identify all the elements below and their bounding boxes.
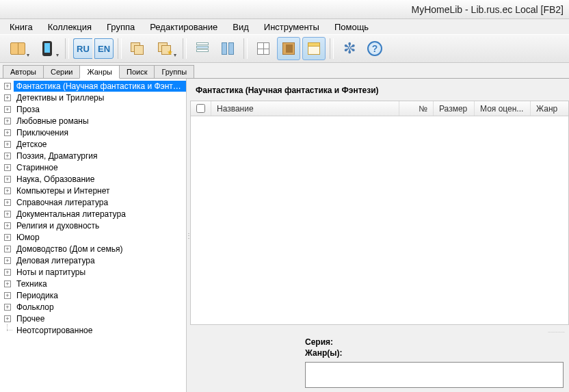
- expand-icon[interactable]: +: [4, 94, 11, 101]
- tab-жанры[interactable]: Жанры: [79, 65, 120, 79]
- expand-icon[interactable]: +: [4, 129, 11, 136]
- col-genre[interactable]: Жанр: [531, 101, 568, 116]
- detail-panel: Серия: Жанр(ы):: [300, 333, 569, 392]
- tree-item-label: Религия и духовность: [14, 220, 102, 231]
- tree-item-label: Компьютеры и Интернет: [14, 185, 112, 196]
- menu-edit[interactable]: Редактирование: [143, 21, 224, 34]
- expand-icon[interactable]: +: [4, 246, 11, 252]
- content-header: Фантастика (Научная фантастика и Фэнтези…: [190, 79, 569, 101]
- separator: [330, 38, 334, 59]
- tree-item[interactable]: +Компьютеры и Интернет: [0, 185, 186, 196]
- col-num[interactable]: №: [399, 101, 434, 116]
- expand-icon[interactable]: +: [4, 118, 11, 125]
- expand-icon[interactable]: +: [4, 176, 11, 183]
- menu-help[interactable]: Помощь: [328, 21, 375, 34]
- grid-header: Название № Размер Моя оцен... Жанр: [191, 101, 568, 116]
- stack-star-icon: ★: [158, 42, 172, 55]
- tree-item-label: Поэзия, Драматургия: [14, 151, 101, 161]
- menu-group[interactable]: Группа: [100, 21, 142, 34]
- toolbar: ▾ ▾ RU EN ★▾ ✼ ?: [0, 34, 569, 63]
- tree-item[interactable]: +Любовные романы: [0, 115, 186, 127]
- tree-item[interactable]: +Фольклор: [0, 301, 186, 313]
- expand-icon[interactable]: +: [4, 153, 11, 159]
- tree-item[interactable]: +Старинное: [0, 161, 186, 173]
- expand-icon[interactable]: +: [4, 315, 11, 322]
- expand-icon[interactable]: +: [4, 222, 11, 229]
- lang-ru-button[interactable]: RU: [73, 38, 92, 59]
- tree-item-label: Периодика: [14, 290, 61, 301]
- col-size[interactable]: Размер: [434, 101, 475, 116]
- lang-en-button[interactable]: EN: [94, 38, 114, 59]
- tree-item[interactable]: +Юмор: [0, 231, 186, 243]
- book-grid[interactable]: Название № Размер Моя оцен... Жанр: [190, 101, 569, 325]
- menu-view[interactable]: Вид: [226, 21, 256, 34]
- tree-item[interactable]: +Периодика: [0, 289, 186, 301]
- tree-item[interactable]: +Проза: [0, 103, 186, 115]
- menu-book[interactable]: Книга: [3, 21, 40, 34]
- device-button[interactable]: ▾: [34, 37, 61, 60]
- copy-button[interactable]: [126, 37, 149, 60]
- expand-icon[interactable]: +: [4, 141, 11, 148]
- gear-icon: ✼: [342, 41, 357, 56]
- tree-item[interactable]: +Ноты и партитуры: [0, 266, 186, 278]
- expand-icon[interactable]: +: [4, 257, 11, 264]
- shelf-view-button[interactable]: [277, 37, 300, 60]
- menu-collection[interactable]: Коллекция: [41, 21, 98, 34]
- tab-серии[interactable]: Серии: [43, 65, 80, 78]
- tree-item-label: Детективы и Триллеры: [14, 92, 107, 103]
- tree-item[interactable]: +Документальная литература: [0, 208, 186, 220]
- tree-item[interactable]: +Наука, Образование: [0, 173, 186, 185]
- tree-item[interactable]: +Справочная литература: [0, 196, 186, 208]
- expand-icon[interactable]: +: [4, 187, 11, 194]
- expand-icon[interactable]: +: [4, 269, 11, 276]
- favorite-button[interactable]: ★▾: [151, 37, 178, 60]
- content-panel: Фантастика (Научная фантастика и Фэнтези…: [190, 79, 569, 392]
- tree-item-label: Старинное: [14, 162, 61, 173]
- col-checkbox[interactable]: [191, 101, 211, 116]
- window-title: MyHomeLib - Lib.rus.ec Local [FB2]: [411, 4, 564, 15]
- tab-поиск[interactable]: Поиск: [119, 65, 155, 78]
- col-name[interactable]: Название: [211, 101, 399, 116]
- stack-icon: [131, 42, 144, 55]
- select-all-checkbox[interactable]: [196, 104, 205, 113]
- tab-авторы[interactable]: Авторы: [3, 65, 44, 78]
- tree-item[interactable]: +Деловая литература: [0, 254, 186, 266]
- expand-icon[interactable]: +: [4, 234, 11, 241]
- table-view-button[interactable]: [252, 37, 275, 60]
- expand-icon[interactable]: +: [4, 164, 11, 171]
- menu-tools[interactable]: Инструменты: [257, 21, 326, 34]
- expand-icon[interactable]: +: [4, 280, 11, 287]
- separator: [183, 38, 187, 59]
- tree-item[interactable]: +Фантастика (Научная фантастика и Фэнтез…: [0, 80, 186, 92]
- tree-item[interactable]: +Детективы и Триллеры: [0, 92, 186, 103]
- columns-button[interactable]: [216, 37, 239, 60]
- col-rating[interactable]: Моя оцен...: [475, 101, 531, 116]
- check-list-button[interactable]: [191, 37, 214, 60]
- expand-icon[interactable]: +: [4, 83, 11, 90]
- chevron-down-icon: ▾: [56, 52, 59, 58]
- expand-icon[interactable]: +: [4, 106, 11, 113]
- tree-item[interactable]: Неотсортированное: [0, 324, 186, 336]
- help-icon: ?: [367, 41, 382, 56]
- tree-item[interactable]: +Детское: [0, 138, 186, 150]
- tree-item-label: Техника: [14, 278, 50, 289]
- help-button[interactable]: ?: [363, 37, 386, 60]
- genre-tree-panel[interactable]: +Фантастика (Научная фантастика и Фэнтез…: [0, 79, 187, 392]
- expand-icon[interactable]: +: [4, 211, 11, 218]
- tree-item[interactable]: +Прочее: [0, 313, 186, 324]
- expand-icon[interactable]: +: [4, 292, 11, 299]
- expand-icon[interactable]: +: [4, 304, 11, 311]
- tree-item[interactable]: +Домоводство (Дом и семья): [0, 243, 186, 254]
- tree-item[interactable]: +Поэзия, Драматургия: [0, 150, 186, 161]
- tab-группы[interactable]: Группы: [154, 65, 194, 78]
- tree-item[interactable]: +Техника: [0, 278, 186, 289]
- tabbar: АвторыСерииЖанрыПоискГруппы: [0, 63, 569, 78]
- tree-item[interactable]: +Приключения: [0, 127, 186, 138]
- panel-icon: [308, 42, 320, 55]
- tree-item[interactable]: +Религия и духовность: [0, 220, 186, 231]
- tree-line-icon: [4, 327, 11, 334]
- read-button[interactable]: ▾: [4, 37, 31, 60]
- settings-button[interactable]: ✼: [338, 37, 361, 60]
- expand-icon[interactable]: +: [4, 199, 11, 206]
- panel-view-button[interactable]: [302, 37, 326, 60]
